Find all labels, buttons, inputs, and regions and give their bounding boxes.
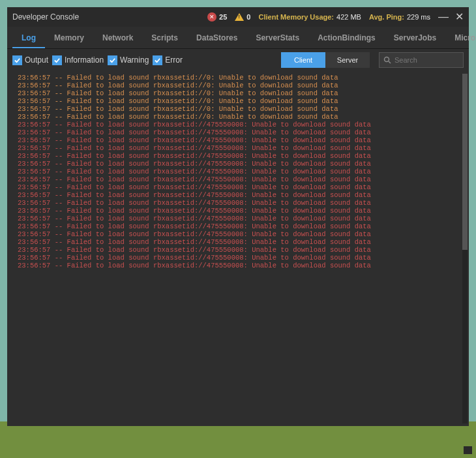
log-line: 23:56:57 -- Failed to load sound rbxasse… <box>7 113 469 121</box>
log-line: 23:56:57 -- Failed to load sound rbxasse… <box>7 152 469 160</box>
log-line: 23:56:57 -- Failed to load sound rbxasse… <box>7 74 469 82</box>
filter-information[interactable]: Information <box>52 55 104 65</box>
filter-error[interactable]: Error <box>153 55 183 65</box>
tab-datastores[interactable]: DataStores <box>187 27 246 48</box>
window-title: Developer Console <box>12 12 79 22</box>
filter-output[interactable]: Output <box>12 55 48 65</box>
log-line: 23:56:57 -- Failed to load sound rbxasse… <box>7 199 469 207</box>
log-line: 23:56:57 -- Failed to load sound rbxasse… <box>7 129 469 136</box>
log-line: 23:56:57 -- Failed to load sound rbxasse… <box>7 89 469 97</box>
search-input[interactable] <box>394 56 459 64</box>
ping-value: 229 ms <box>407 13 430 21</box>
error-icon: ✕ <box>207 12 216 22</box>
developer-console-window: Developer Console ✕ 25 0 Client Memory U… <box>7 7 469 426</box>
checkbox-information[interactable] <box>52 55 62 65</box>
error-count-group: ✕ 25 <box>207 12 227 22</box>
log-line: 23:56:57 -- Failed to load sound rbxasse… <box>7 168 469 176</box>
search-box[interactable] <box>379 52 464 68</box>
toggle-server[interactable]: Server <box>325 52 370 68</box>
log-line: 23:56:57 -- Failed to load sound rbxasse… <box>7 207 469 215</box>
filter-bar: Output Information Warning Error Client … <box>7 49 469 71</box>
log-line: 23:56:57 -- Failed to load sound rbxasse… <box>7 97 469 105</box>
client-server-toggle: Client Server <box>281 52 370 68</box>
log-line: 23:56:57 -- Failed to load sound rbxasse… <box>7 191 469 199</box>
log-line: 23:56:57 -- Failed to load sound rbxasse… <box>7 82 469 89</box>
warning-count-group: 0 <box>235 13 250 21</box>
log-line: 23:56:57 -- Failed to load sound rbxasse… <box>7 215 469 222</box>
filter-output-label: Output <box>25 55 48 65</box>
ping-group: Avg. Ping: 229 ms <box>369 13 430 21</box>
warning-icon <box>235 13 244 21</box>
checkbox-output[interactable] <box>12 55 22 65</box>
memory-label: Client Memory Usage: <box>258 13 334 21</box>
error-count: 25 <box>219 13 227 21</box>
toggle-client[interactable]: Client <box>281 52 325 68</box>
log-line: 23:56:57 -- Failed to load sound rbxasse… <box>7 160 469 168</box>
tab-memory[interactable]: Memory <box>45 27 93 48</box>
scrollbar-thumb[interactable] <box>462 74 468 250</box>
svg-point-0 <box>385 57 389 62</box>
log-line: 23:56:57 -- Failed to load sound rbxasse… <box>7 262 469 269</box>
tab-log[interactable]: Log <box>12 27 45 48</box>
minimize-button[interactable]: — <box>438 12 449 22</box>
log-line: 23:56:57 -- Failed to load sound rbxasse… <box>7 222 469 230</box>
log-line: 23:56:57 -- Failed to load sound rbxasse… <box>7 183 469 191</box>
log-line: 23:56:57 -- Failed to load sound rbxasse… <box>7 238 469 246</box>
tab-network[interactable]: Network <box>93 27 142 48</box>
log-line: 23:56:57 -- Failed to load sound rbxasse… <box>7 254 469 262</box>
scrollbar-track[interactable] <box>462 74 468 423</box>
checkbox-error[interactable] <box>153 55 162 65</box>
window-controls: — ✕ <box>438 12 464 22</box>
tab-actionbindings[interactable]: ActionBindings <box>308 27 385 48</box>
memory-value: 422 MB <box>336 13 361 21</box>
tab-scripts[interactable]: Scripts <box>142 27 187 48</box>
resize-handle[interactable] <box>464 446 472 454</box>
tab-bar: Log Memory Network Scripts DataStores Se… <box>7 27 469 49</box>
close-button[interactable]: ✕ <box>455 12 464 22</box>
tab-microprofiler[interactable]: MicroProfiler <box>445 27 476 48</box>
filter-warning-label: Warning <box>120 55 149 65</box>
filter-information-label: Information <box>65 55 104 65</box>
log-line: 23:56:57 -- Failed to load sound rbxasse… <box>7 176 469 183</box>
log-line: 23:56:57 -- Failed to load sound rbxasse… <box>7 105 469 113</box>
log-line: 23:56:57 -- Failed to load sound rbxasse… <box>7 246 469 254</box>
checkbox-warning[interactable] <box>108 55 117 65</box>
filter-warning[interactable]: Warning <box>108 55 149 65</box>
ping-label: Avg. Ping: <box>369 13 404 21</box>
log-line: 23:56:57 -- Failed to load sound rbxasse… <box>7 230 469 238</box>
tab-serverstats[interactable]: ServerStats <box>246 27 308 48</box>
titlebar: Developer Console ✕ 25 0 Client Memory U… <box>7 7 469 27</box>
log-line: 23:56:57 -- Failed to load sound rbxasse… <box>7 136 469 144</box>
log-output-area: 23:56:57 -- Failed to load sound rbxasse… <box>7 71 469 426</box>
memory-usage-group: Client Memory Usage: 422 MB <box>258 13 361 21</box>
search-icon <box>383 56 391 64</box>
log-line: 23:56:57 -- Failed to load sound rbxasse… <box>7 121 469 129</box>
svg-line-1 <box>389 61 391 63</box>
log-line: 23:56:57 -- Failed to load sound rbxasse… <box>7 144 469 152</box>
tab-serverjobs[interactable]: ServerJobs <box>385 27 445 48</box>
filter-error-label: Error <box>165 55 183 65</box>
warning-count: 0 <box>246 13 250 21</box>
